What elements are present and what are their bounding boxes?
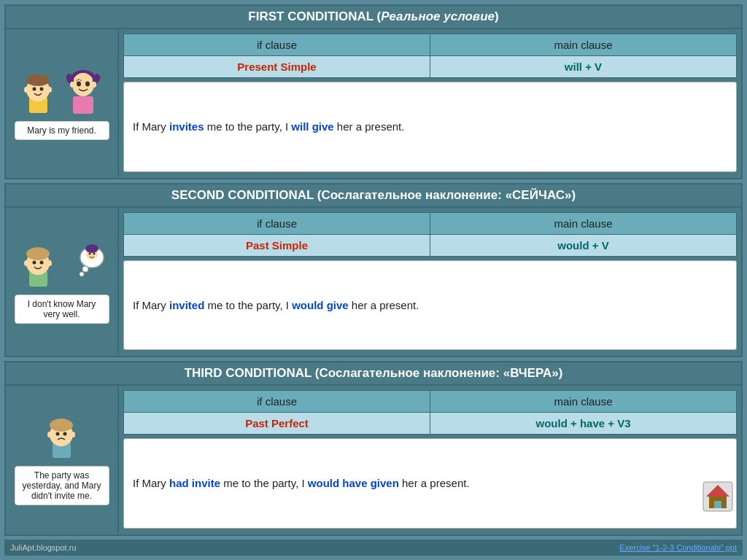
third-avatar-caption: The party was yesterday, and Mary didn't… (15, 466, 109, 505)
watermark: JuliApt.blogspot.ru (10, 543, 77, 552)
third-grammar-table: if clause main clause Past Perfect would… (123, 390, 737, 435)
first-example-text: If Mary invites me to the party, I will … (133, 120, 404, 133)
second-example-box: If Mary invited me to the party, I would… (123, 260, 737, 351)
svg-point-31 (89, 252, 91, 254)
second-avatar-panel: I don't know Mary very well. (6, 208, 119, 355)
svg-point-36 (56, 432, 60, 435)
second-conditional-content: I don't know Mary very well. if clause m… (6, 208, 741, 355)
svg-point-3 (33, 87, 36, 90)
svg-point-21 (26, 247, 50, 260)
house-icon-container[interactable] (702, 481, 734, 516)
svg-point-25 (47, 260, 52, 266)
second-avatar-caption: I don't know Mary very well. (15, 295, 109, 324)
second-conditional-section: SECOND CONDITIONAL (Сослагательное накло… (4, 183, 743, 358)
third-avatar-images (42, 414, 82, 462)
first-if-value: Present Simple (124, 56, 430, 78)
boy3-avatar (42, 414, 82, 462)
first-conditional-section: FIRST CONDITIONAL (Реальное условие) (4, 4, 743, 179)
svg-point-2 (26, 74, 50, 86)
svg-point-35 (50, 419, 73, 432)
second-if-header: if clause (124, 212, 430, 234)
svg-point-24 (24, 260, 28, 266)
sections-wrapper: FIRST CONDITIONAL (Реальное условие) (4, 4, 743, 536)
svg-point-5 (24, 87, 28, 93)
second-main-header: main clause (430, 212, 737, 234)
third-conditional-title: THIRD CONDITIONAL (Сослагательное наклон… (6, 362, 741, 386)
first-main-value: will + V (430, 56, 737, 78)
first-conditional-content: Mary is my friend. if clause main clause… (6, 29, 741, 176)
svg-point-12 (77, 81, 81, 86)
svg-point-38 (47, 432, 52, 438)
third-example-box: If Mary had invite me to the party, I wo… (123, 438, 737, 529)
third-avatar-panel: The party was yesterday, and Mary didn't… (6, 386, 119, 533)
third-if-value: Past Perfect (124, 413, 430, 435)
third-main-value: would + have + V3 (430, 413, 737, 435)
exercise-link[interactable]: Exercise "1-2-3 Conditionals" ppt (619, 543, 737, 552)
main-container: FIRST CONDITIONAL (Реальное условие) (0, 0, 747, 560)
second-conditional-title: SECOND CONDITIONAL (Сослагательное накло… (6, 184, 741, 208)
first-grammar-table: if clause main clause Present Simple wil… (123, 34, 737, 78)
first-avatar-panel: Mary is my friend. (6, 29, 119, 176)
svg-rect-7 (73, 96, 93, 114)
first-example-box: If Mary invites me to the party, I will … (123, 82, 737, 172)
first-avatar-caption: Mary is my friend. (15, 121, 109, 140)
first-if-header: if clause (124, 34, 430, 56)
second-main-value: would + V (430, 234, 737, 256)
third-example-text: If Mary had invite me to the party, I wo… (133, 475, 470, 492)
bottom-bar: JuliApt.blogspot.ru Exercise "1-2-3 Cond… (4, 540, 743, 556)
svg-point-22 (33, 260, 36, 264)
boy-avatar (18, 69, 58, 117)
second-thought-avatar (61, 239, 105, 290)
third-if-header: if clause (124, 391, 430, 413)
third-right-panel: if clause main clause Past Perfect would… (119, 386, 741, 533)
girl-avatar (61, 66, 105, 117)
third-conditional-content: The party was yesterday, and Mary didn't… (6, 386, 741, 533)
second-grammar-table: if clause main clause Past Simple would … (123, 212, 737, 257)
second-avatar-images (18, 239, 105, 290)
svg-point-26 (80, 272, 84, 276)
first-conditional-title: FIRST CONDITIONAL (Реальное условие) (6, 6, 741, 29)
svg-point-18 (92, 82, 96, 88)
svg-rect-43 (714, 501, 721, 508)
house-icon (702, 481, 734, 513)
boy2-avatar (18, 243, 58, 290)
svg-point-4 (40, 87, 44, 90)
svg-point-6 (47, 87, 52, 93)
svg-point-30 (85, 244, 98, 253)
svg-point-17 (70, 82, 74, 88)
svg-point-13 (85, 81, 90, 86)
svg-point-37 (63, 432, 67, 435)
third-main-header: main clause (430, 391, 737, 413)
first-main-header: main clause (430, 34, 737, 56)
third-conditional-section: THIRD CONDITIONAL (Сослагательное наклон… (4, 361, 743, 536)
first-avatar-images (18, 66, 105, 117)
second-if-value: Past Simple (124, 234, 430, 256)
first-right-panel: if clause main clause Present Simple wil… (119, 29, 741, 176)
svg-point-39 (71, 432, 75, 438)
second-example-text: If Mary invited me to the party, I would… (133, 299, 419, 311)
svg-point-32 (93, 252, 96, 254)
svg-point-9 (72, 73, 94, 96)
second-right-panel: if clause main clause Past Simple would … (119, 208, 741, 355)
svg-point-23 (40, 260, 44, 264)
